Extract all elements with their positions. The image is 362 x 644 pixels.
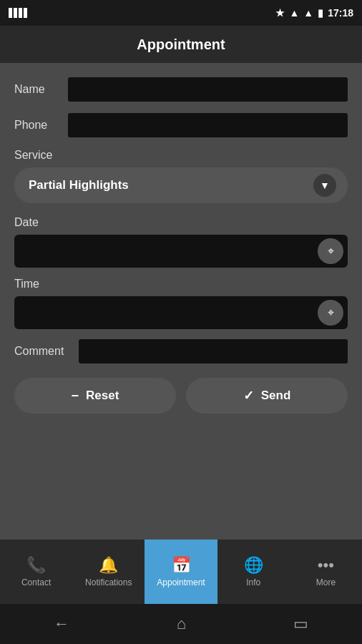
status-bar-right: ★ ▲ ▲ ▮ 17:18	[275, 7, 353, 19]
send-icon: ✓	[243, 388, 254, 404]
info-icon: 🌐	[244, 556, 263, 575]
reset-button[interactable]: − Reset	[14, 378, 176, 414]
title-bar: Appointment	[0, 26, 362, 63]
phone-row: Phone	[14, 113, 348, 137]
calendar-grid-icon: ⌖	[328, 245, 334, 258]
signal-strength-icon: ▲	[303, 7, 313, 19]
comment-label: Comment	[14, 345, 79, 358]
nav-contact[interactable]: 📞 Contact	[0, 540, 72, 604]
time-display: 17:18	[328, 7, 353, 19]
date-label: Date	[14, 216, 348, 229]
dropdown-arrow-icon: ▼	[313, 174, 336, 197]
name-input[interactable]	[68, 77, 348, 102]
buttons-row: − Reset ✓ Send	[14, 378, 348, 414]
time-label: Time	[14, 278, 348, 291]
nav-appointment[interactable]: 📅 Appointment	[145, 540, 217, 604]
nav-info[interactable]: 🌐 Info	[217, 540, 290, 604]
send-button[interactable]: ✓ Send	[186, 378, 348, 414]
clock-grid-icon: ⌖	[328, 306, 334, 319]
service-label: Service	[14, 149, 348, 162]
phone-input[interactable]	[68, 113, 348, 137]
appointment-icon: 📅	[172, 556, 191, 575]
nav-contact-label: Contact	[21, 577, 51, 587]
comment-input[interactable]	[79, 339, 348, 364]
back-button[interactable]: ←	[39, 609, 84, 639]
nav-more[interactable]: ••• More	[290, 540, 362, 604]
status-bar: ★ ▲ ▲ ▮ 17:18	[0, 0, 362, 26]
service-dropdown[interactable]: Partial Highlights ▼	[14, 167, 348, 203]
name-label: Name	[14, 83, 68, 96]
home-icon: ⌂	[177, 615, 186, 633]
nav-info-label: Info	[246, 577, 260, 587]
comment-row: Comment	[14, 339, 348, 364]
back-icon: ←	[54, 615, 69, 633]
name-row: Name	[14, 77, 348, 102]
date-input[interactable]	[14, 235, 348, 268]
nav-notifications-label: Notifications	[85, 577, 132, 587]
nav-more-label: More	[316, 577, 336, 587]
bottom-nav: 📞 Contact 🔔 Notifications 📅 Appointment …	[0, 540, 362, 604]
time-section: Time ⌖	[14, 278, 348, 329]
time-input[interactable]	[14, 296, 348, 329]
recents-button[interactable]: ▭	[279, 609, 323, 639]
phone-label: Phone	[14, 119, 68, 132]
reset-icon: −	[72, 389, 79, 404]
signal-icon	[9, 8, 27, 18]
wifi-icon: ▲	[289, 7, 299, 19]
home-button[interactable]: ⌂	[162, 609, 200, 639]
nav-notifications[interactable]: 🔔 Notifications	[72, 540, 145, 604]
status-bar-left	[9, 8, 27, 18]
battery-icon: ▮	[318, 7, 323, 19]
date-picker-button[interactable]: ⌖	[318, 238, 343, 264]
time-field-wrapper: ⌖	[14, 296, 348, 329]
service-section: Service Partial Highlights ▼	[14, 149, 348, 203]
system-nav-bar: ← ⌂ ▭	[0, 604, 362, 644]
main-content: Name Phone Service Partial Highlights ▼ …	[0, 63, 362, 540]
more-icon: •••	[318, 556, 334, 575]
notifications-icon: 🔔	[99, 556, 118, 575]
recents-icon: ▭	[293, 615, 308, 633]
date-section: Date ⌖	[14, 216, 348, 268]
service-value: Partial Highlights	[29, 178, 129, 192]
reset-label: Reset	[86, 389, 119, 403]
contact-icon: 📞	[26, 556, 46, 575]
date-field-wrapper: ⌖	[14, 235, 348, 268]
send-label: Send	[261, 389, 291, 403]
time-picker-button[interactable]: ⌖	[318, 300, 343, 326]
page-title: Appointment	[137, 36, 225, 53]
nav-appointment-label: Appointment	[157, 577, 205, 587]
bluetooth-icon: ★	[275, 7, 285, 19]
